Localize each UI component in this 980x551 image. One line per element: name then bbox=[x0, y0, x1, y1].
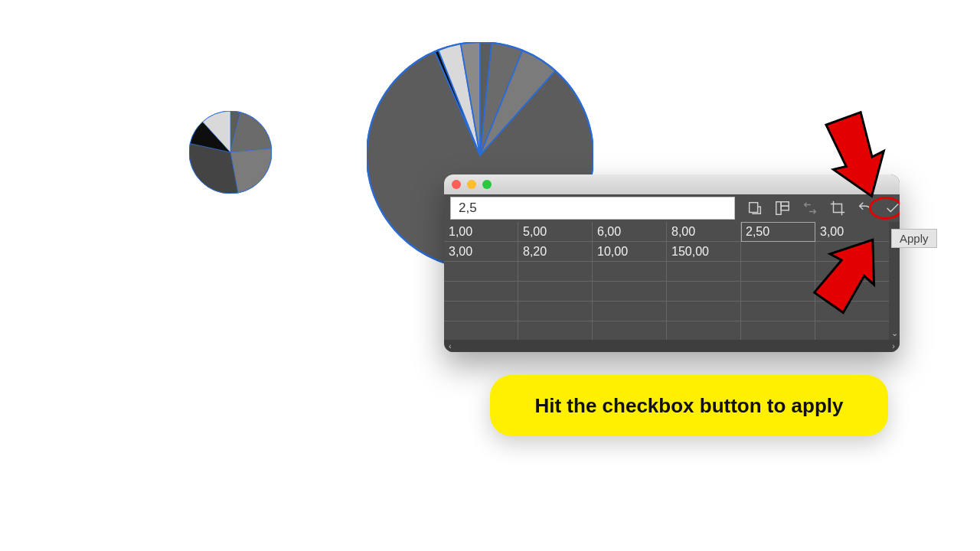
cell-edit-field-wrap bbox=[450, 197, 735, 220]
grid-cell[interactable]: 1,00 bbox=[444, 222, 518, 242]
instruction-arrow-top bbox=[810, 99, 902, 207]
pie-chart-small bbox=[189, 111, 272, 194]
grid-cell[interactable] bbox=[593, 302, 667, 321]
svg-rect-3 bbox=[776, 202, 781, 215]
chevron-right-icon: › bbox=[892, 341, 895, 350]
grid-cell[interactable] bbox=[518, 321, 593, 341]
scrollbar-track bbox=[456, 344, 888, 348]
grid-cell[interactable]: 3,00 bbox=[444, 242, 518, 262]
grid-cell[interactable] bbox=[444, 262, 518, 282]
grid-cell[interactable] bbox=[815, 321, 890, 341]
horizontal-scrollbar[interactable]: ‹ › bbox=[444, 340, 900, 352]
grid-cell[interactable] bbox=[593, 282, 667, 302]
grid-cell[interactable]: 8,00 bbox=[667, 222, 741, 242]
grid-cell[interactable]: 10,00 bbox=[593, 242, 667, 262]
chevron-down-icon: ⌄ bbox=[891, 328, 898, 338]
grid-cell[interactable] bbox=[444, 321, 518, 341]
grid-cell[interactable] bbox=[667, 302, 741, 321]
grid-cell[interactable] bbox=[444, 282, 518, 302]
grid-cell[interactable] bbox=[518, 302, 593, 321]
grid-cell[interactable]: 8,20 bbox=[518, 242, 593, 262]
grid-cell[interactable] bbox=[518, 282, 593, 302]
grid-cell[interactable] bbox=[518, 262, 593, 282]
window-close-button[interactable] bbox=[452, 180, 461, 189]
chevron-left-icon: ‹ bbox=[449, 341, 452, 350]
import-icon[interactable] bbox=[746, 199, 764, 217]
grid-cell[interactable] bbox=[667, 321, 741, 341]
grid-cell[interactable] bbox=[593, 262, 667, 282]
svg-rect-2 bbox=[750, 203, 758, 213]
grid-cell[interactable] bbox=[667, 282, 741, 302]
transpose-icon[interactable] bbox=[773, 199, 792, 217]
svg-rect-5 bbox=[781, 206, 789, 210]
window-zoom-button[interactable] bbox=[482, 180, 492, 189]
window-minimize-button[interactable] bbox=[467, 180, 476, 189]
grid-cell[interactable] bbox=[741, 321, 815, 341]
grid-cell[interactable]: 6,00 bbox=[593, 222, 667, 242]
grid-cell[interactable] bbox=[444, 302, 518, 321]
grid-cell[interactable] bbox=[593, 321, 667, 341]
cell-edit-input[interactable] bbox=[457, 200, 728, 217]
grid-cell[interactable]: 5,00 bbox=[518, 222, 593, 242]
instruction-arrow-bottom bbox=[800, 227, 900, 318]
svg-rect-4 bbox=[781, 202, 789, 207]
grid-cell[interactable] bbox=[667, 262, 741, 282]
instruction-callout: Hit the checkbox button to apply bbox=[490, 375, 888, 436]
grid-cell[interactable]: 150,00 bbox=[667, 242, 741, 262]
